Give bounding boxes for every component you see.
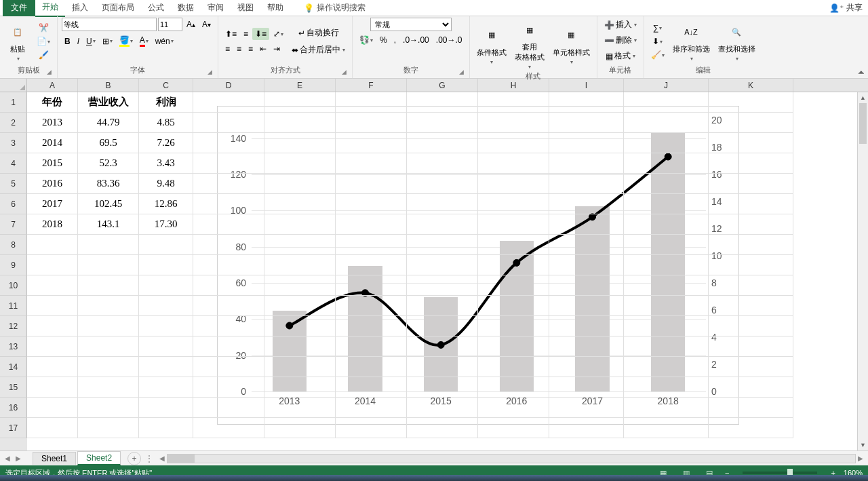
cell[interactable] (407, 92, 478, 113)
increase-decimal-button[interactable]: .0→.00 (400, 34, 432, 46)
decrease-indent-button[interactable]: ⇤ (257, 43, 269, 55)
cell-data[interactable]: 4.85 (139, 113, 193, 133)
cell[interactable] (27, 336, 78, 357)
cell[interactable] (336, 255, 407, 275)
cell[interactable] (193, 275, 264, 296)
col-header-K[interactable]: K (709, 79, 793, 92)
cell[interactable] (193, 357, 264, 377)
cell[interactable] (27, 255, 78, 275)
cell-data[interactable]: 9.48 (139, 174, 193, 194)
conditional-format-button[interactable]: ▦条件格式▾ (474, 23, 509, 66)
cell[interactable] (478, 92, 549, 113)
cell[interactable] (478, 296, 549, 316)
format-painter-button[interactable]: 🖌️ (34, 49, 53, 61)
cell[interactable] (407, 377, 478, 398)
cell[interactable] (407, 214, 478, 235)
cell-data[interactable]: 143.1 (78, 214, 139, 235)
cell[interactable] (336, 316, 407, 336)
cell[interactable] (264, 174, 336, 194)
cell[interactable] (478, 194, 549, 214)
drag-handle-icon[interactable]: ⋮ (145, 454, 153, 463)
cell[interactable] (264, 398, 336, 418)
cell[interactable] (549, 418, 624, 438)
cell-data[interactable]: 2015 (27, 153, 78, 174)
cell-data[interactable]: 2017 (27, 194, 78, 214)
cell[interactable] (709, 418, 793, 438)
cell[interactable] (709, 255, 793, 275)
col-header-A[interactable]: A (27, 79, 78, 92)
cell[interactable] (624, 255, 709, 275)
cell[interactable] (549, 194, 624, 214)
col-header-G[interactable]: G (407, 79, 478, 92)
cell[interactable] (624, 336, 709, 357)
cell[interactable] (193, 377, 264, 398)
col-header-E[interactable]: E (264, 79, 336, 92)
cell[interactable] (624, 174, 709, 194)
cell[interactable] (478, 133, 549, 153)
cell[interactable] (264, 336, 336, 357)
cell[interactable] (139, 275, 193, 296)
fill-button[interactable]: ⬇▾ (648, 35, 667, 47)
row-header-13[interactable]: 13 (0, 336, 27, 357)
col-header-F[interactable]: F (336, 79, 407, 92)
cell[interactable] (193, 296, 264, 316)
cell-data[interactable]: 2013 (27, 113, 78, 133)
horizontal-scrollbar[interactable] (167, 454, 856, 463)
sheet-nav-prev[interactable]: ◀ (3, 455, 12, 462)
scroll-up-icon[interactable]: ▲ (858, 92, 868, 103)
cell[interactable] (624, 113, 709, 133)
cell[interactable] (624, 275, 709, 296)
cell[interactable] (549, 275, 624, 296)
cell[interactable] (264, 296, 336, 316)
collapse-ribbon-button[interactable]: ⏶ (857, 67, 865, 77)
hscroll-left[interactable]: ◀ (157, 455, 167, 462)
cell[interactable] (407, 133, 478, 153)
cell[interactable] (139, 357, 193, 377)
cell[interactable] (549, 357, 624, 377)
cell[interactable] (336, 133, 407, 153)
cell[interactable] (336, 357, 407, 377)
dialog-launcher-icon[interactable]: ◢ (459, 69, 464, 75)
cell[interactable] (624, 398, 709, 418)
col-header-J[interactable]: J (624, 79, 709, 92)
cell[interactable] (264, 357, 336, 377)
clear-button[interactable]: 🧹▾ (648, 49, 667, 61)
format-as-table-button[interactable]: ▦套用 表格格式▾ (512, 18, 547, 71)
cell-data[interactable]: 2014 (27, 133, 78, 153)
cell-data[interactable]: 3.43 (139, 153, 193, 174)
increase-indent-button[interactable]: ⇥ (271, 43, 283, 55)
cell[interactable] (709, 214, 793, 235)
cell[interactable] (336, 418, 407, 438)
row-header-9[interactable]: 9 (0, 255, 27, 275)
cell[interactable] (336, 153, 407, 174)
row-header-4[interactable]: 4 (0, 153, 27, 174)
cell[interactable] (407, 336, 478, 357)
cell[interactable] (336, 214, 407, 235)
cell[interactable] (478, 336, 549, 357)
cell[interactable] (709, 92, 793, 113)
cell[interactable] (264, 153, 336, 174)
sheet-nav-next[interactable]: ▶ (14, 455, 23, 462)
merge-center-button[interactable]: ⬌合并后居中▾ (289, 43, 348, 57)
row-header-14[interactable]: 14 (0, 357, 27, 377)
row-header-12[interactable]: 12 (0, 316, 27, 336)
col-header-B[interactable]: B (78, 79, 139, 92)
cell[interactable] (709, 316, 793, 336)
cell[interactable] (549, 214, 624, 235)
cell-styles-button[interactable]: ▦单元格样式▾ (550, 23, 593, 66)
cell[interactable] (27, 418, 78, 438)
cell[interactable] (139, 316, 193, 336)
cell[interactable] (78, 418, 139, 438)
cell[interactable] (709, 336, 793, 357)
cell[interactable] (78, 255, 139, 275)
cell[interactable] (264, 92, 336, 113)
cell-data[interactable]: 44.79 (78, 113, 139, 133)
cell[interactable] (336, 336, 407, 357)
cell[interactable] (78, 316, 139, 336)
cell[interactable] (264, 214, 336, 235)
tell-me-search[interactable]: 💡 操作说明搜索 (304, 2, 366, 14)
increase-font-button[interactable]: A▴ (184, 18, 198, 31)
cell[interactable] (264, 113, 336, 133)
row-header-2[interactable]: 2 (0, 113, 27, 133)
row-header-11[interactable]: 11 (0, 296, 27, 316)
